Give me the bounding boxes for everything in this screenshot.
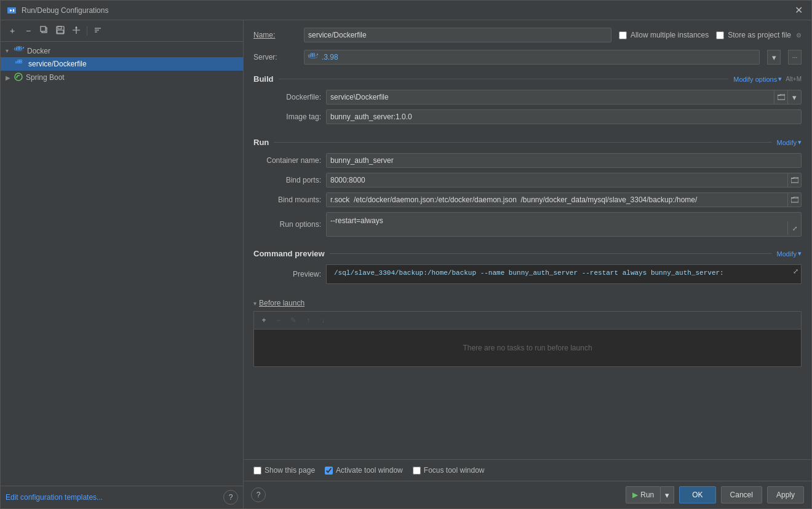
run-play-icon: ▶ (632, 491, 638, 499)
apply-button[interactable]: Apply (767, 486, 804, 503)
svg-line-30 (316, 55, 318, 56)
spacer2 (253, 242, 802, 247)
dockerfile-item-label: service/Dockerfile (28, 60, 87, 68)
run-options-label: Run options: (253, 220, 321, 229)
bottom-right: ▶ Run ▾ OK Cancel Apply (626, 486, 804, 503)
focus-tool-checkbox[interactable] (413, 467, 421, 475)
run-button[interactable]: ▶ Run (626, 486, 661, 503)
run-button-group: ▶ Run ▾ (626, 486, 674, 503)
before-launch-header[interactable]: ▾ Before launch (253, 299, 802, 307)
server-dropdown-button[interactable]: ▾ (767, 50, 781, 65)
svg-rect-27 (313, 55, 315, 56)
server-select[interactable]: .3.98 (304, 50, 760, 65)
run-options-expand-button[interactable]: ⤢ (787, 221, 801, 235)
svg-rect-21 (20, 61, 22, 63)
container-name-row: Container name: (253, 153, 802, 168)
bottom-left: ? (251, 487, 266, 502)
before-launch-up-button[interactable]: ↑ (302, 314, 314, 326)
sort-config-button[interactable] (91, 24, 105, 37)
cmd-modify-button[interactable]: Modify ▾ (777, 250, 802, 258)
modify-options-button[interactable]: Modify options ▾ Alt+M (733, 75, 802, 83)
before-launch-down-button[interactable]: ↓ (317, 314, 329, 326)
command-preview-title: Command preview (253, 249, 325, 258)
close-button[interactable]: ✕ (792, 2, 805, 18)
bind-mounts-input[interactable] (327, 194, 787, 206)
bind-ports-browse-button[interactable] (787, 173, 801, 187)
edit-templates-link[interactable]: Edit configuration templates... (6, 493, 103, 502)
bind-mounts-label: Bind mounts: (253, 195, 321, 204)
show-page-checkbox[interactable] (253, 467, 261, 475)
activate-tool-checkbox[interactable] (325, 467, 333, 475)
bind-mounts-row: Bind mounts: (253, 192, 802, 207)
svg-point-24 (15, 73, 22, 81)
spring-group-label: Spring Boot (26, 73, 65, 82)
bind-mounts-browse-button[interactable] (787, 193, 801, 207)
svg-rect-20 (18, 61, 20, 63)
preview-expand-button[interactable]: ⤢ (793, 267, 798, 275)
tree-dockerfile-item[interactable]: service/Dockerfile (1, 57, 243, 71)
svg-rect-15 (17, 46, 18, 48)
name-label: Name: (253, 31, 297, 39)
container-name-input[interactable] (326, 153, 802, 168)
remove-config-button[interactable]: − (22, 24, 35, 37)
sort-icon (94, 26, 102, 36)
spacer3 (253, 289, 802, 294)
dockerfile-dropdown-button[interactable]: ▾ (787, 90, 801, 104)
store-project-label[interactable]: Store as project file (728, 31, 791, 39)
save-icon (56, 26, 65, 36)
help-button[interactable]: ? (223, 490, 238, 505)
before-launch-box: + − ✎ ↑ ↓ (253, 311, 802, 367)
allow-multiple-group: Allow multiple instances (619, 31, 709, 39)
modify-options-label: Modify options (733, 76, 777, 83)
store-project-group: Store as project file ⚙ (716, 31, 802, 39)
spring-expand-arrow-icon: ▶ (6, 74, 13, 81)
preview-row: Preview: /sql/slave_3304/backup:/home/ba… (253, 264, 802, 284)
bl-edit-icon: ✎ (290, 316, 297, 325)
run-dropdown-button[interactable]: ▾ (661, 486, 674, 503)
bind-ports-input[interactable] (327, 174, 787, 186)
copy-config-button[interactable] (38, 24, 51, 37)
ok-button[interactable]: OK (679, 486, 715, 503)
run-modify-button[interactable]: Modify ▾ (777, 138, 802, 146)
before-launch-add-button[interactable]: + (258, 314, 270, 326)
sidebar-toolbar: + − (1, 20, 243, 42)
dockerfile-input[interactable] (327, 91, 774, 103)
minus-icon: − (26, 26, 31, 36)
svg-rect-23 (20, 60, 22, 61)
cancel-button[interactable]: Cancel (721, 486, 762, 503)
main-content: + − (1, 20, 811, 508)
build-section-header: Build Modify options ▾ Alt+M (253, 74, 802, 84)
focus-tool-label[interactable]: Focus tool window (424, 466, 485, 475)
bind-ports-container (326, 173, 802, 187)
before-launch-collapse-icon: ▾ (253, 300, 257, 307)
activate-tool-label[interactable]: Activate tool window (336, 466, 403, 475)
image-tag-label: Image tag: (253, 112, 321, 121)
bottom-help-button[interactable]: ? (251, 487, 266, 502)
before-launch-remove-button[interactable]: − (273, 314, 285, 326)
svg-rect-25 (308, 55, 310, 56)
dockerfile-input-container: ▾ (326, 90, 802, 105)
add-config-button[interactable]: + (6, 24, 19, 37)
svg-rect-26 (311, 55, 312, 56)
show-page-label[interactable]: Show this page (265, 466, 315, 475)
store-project-checkbox[interactable] (716, 31, 724, 39)
server-more-button[interactable]: ··· (788, 50, 802, 65)
name-input[interactable] (304, 28, 611, 42)
docker-group-label: Docker (27, 47, 50, 55)
share-config-button[interactable] (70, 24, 83, 37)
save-config-button[interactable] (54, 24, 67, 37)
cmd-modify-label: Modify (777, 250, 797, 258)
expand-arrow-icon: ▾ (6, 47, 13, 54)
dockerfile-browse-button[interactable] (774, 90, 787, 104)
tree-spring-group[interactable]: ▶ Spring Boot (1, 71, 243, 84)
command-preview-section-header: Command preview Modify ▾ (253, 249, 802, 258)
folder-icon (778, 93, 785, 102)
allow-multiple-label[interactable]: Allow multiple instances (631, 31, 709, 39)
image-tag-input[interactable] (326, 109, 802, 124)
tree-docker-group[interactable]: ▾ Docker (1, 44, 243, 57)
move-icon (72, 26, 81, 36)
run-options-input[interactable] (327, 215, 787, 227)
before-launch-edit-button[interactable]: ✎ (287, 314, 300, 326)
allow-multiple-checkbox[interactable] (619, 31, 627, 39)
plus-icon: + (10, 26, 15, 36)
